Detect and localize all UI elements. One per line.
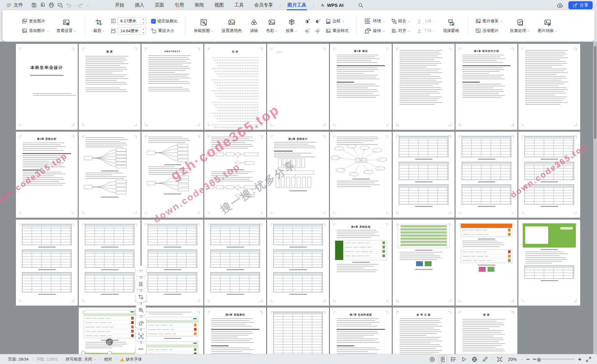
spinner[interactable]: ▲▼ bbox=[140, 27, 146, 34]
outline-view-icon[interactable] bbox=[449, 356, 457, 363]
undo-caret-icon[interactable]: ⌄ bbox=[73, 4, 76, 7]
tab-picture-tools[interactable]: 图片工具 bbox=[282, 0, 312, 10]
output-icon[interactable] bbox=[39, 2, 47, 9]
undo-icon[interactable] bbox=[65, 2, 73, 9]
page-thumbnail[interactable] bbox=[141, 132, 203, 218]
contrast-up-icon[interactable] bbox=[303, 17, 311, 25]
zoom-slider[interactable] bbox=[533, 359, 575, 360]
page-thumbnail[interactable]: 致 谢 bbox=[456, 307, 517, 354]
vertical-scrollbar[interactable] bbox=[593, 42, 597, 354]
lock-aspect-checkbox[interactable]: ✓ bbox=[151, 19, 156, 24]
zoom-percent[interactable]: 20% bbox=[507, 357, 517, 362]
ribbon-组合[interactable]: 组合⌄ bbox=[390, 17, 412, 25]
ribbon-压缩图片[interactable]: 压缩图片 bbox=[474, 27, 504, 34]
ribbon-环绕[interactable]: 环绕⌄ bbox=[363, 17, 386, 25]
page-thumbnail-current[interactable] bbox=[79, 307, 141, 354]
cloud-upload-icon[interactable] bbox=[556, 2, 564, 9]
file-menu[interactable]: 文件 bbox=[4, 1, 25, 9]
ribbon-重设样式[interactable]: 重设样式 bbox=[324, 27, 350, 34]
preview-icon[interactable] bbox=[56, 2, 64, 9]
tab-插入[interactable]: 插入 bbox=[130, 0, 150, 10]
redo-icon[interactable] bbox=[76, 2, 85, 9]
spinner[interactable]: ▲▼ bbox=[140, 17, 146, 25]
page-thumbnail[interactable] bbox=[456, 220, 517, 306]
share-button[interactable]: 分享 bbox=[568, 1, 593, 9]
zoom-slider-knob[interactable] bbox=[536, 357, 542, 362]
ribbon-批量处理[interactable]: 批量处理⌄ bbox=[508, 17, 532, 35]
float-collapse-button[interactable] bbox=[136, 266, 146, 276]
page-thumbnail[interactable] bbox=[518, 220, 580, 306]
float-zoom-in-button[interactable] bbox=[136, 305, 146, 315]
page-thumbnail[interactable]: 目 录 bbox=[204, 44, 266, 130]
page-thumbnail[interactable]: ABSTRACT bbox=[141, 44, 203, 130]
ribbon-选择窗格[interactable]: 选择窗格 bbox=[441, 17, 461, 35]
scrollbar-thumb[interactable] bbox=[594, 46, 596, 139]
page-thumbnail[interactable] bbox=[204, 220, 266, 306]
bright-up-icon[interactable] bbox=[303, 27, 311, 34]
tab-开始[interactable]: 开始 bbox=[110, 0, 130, 10]
ribbon-智能抠图[interactable]: 智能抠图⌄ bbox=[192, 17, 215, 35]
zoom-in-button[interactable]: + bbox=[578, 356, 581, 363]
resize-handle-left[interactable] bbox=[81, 351, 85, 354]
tab-wps-ai[interactable]: WPS AI bbox=[316, 2, 348, 8]
ribbon-重设大小[interactable]: 重设大小 bbox=[150, 27, 179, 34]
page-thumbnail[interactable]: 摘 要 bbox=[79, 44, 141, 130]
page-thumbnail[interactable] bbox=[204, 132, 266, 218]
bright-down-icon[interactable] bbox=[314, 27, 322, 34]
page-thumbnail[interactable] bbox=[330, 132, 392, 218]
ribbon-图片转换[interactable]: 图片转换⌄ bbox=[535, 17, 559, 35]
page-thumbnail[interactable]: 第2章 相关技术介绍 bbox=[456, 44, 517, 130]
page-thumbnail[interactable]: 第3章 系统分析 bbox=[16, 132, 78, 218]
ribbon-锁定纵横比[interactable]: ✓锁定纵横比 bbox=[150, 17, 179, 25]
page-thumbnail[interactable] bbox=[141, 307, 203, 354]
ribbon-滤镜[interactable]: 滤镜 bbox=[248, 17, 260, 35]
float-rotate-small-button[interactable] bbox=[136, 318, 146, 328]
missing-font-warning[interactable]: 缺失字体 bbox=[116, 354, 146, 364]
page-thumbnail[interactable] bbox=[79, 220, 141, 306]
tab-页面[interactable]: 页面 bbox=[150, 0, 169, 10]
focus-icon[interactable] bbox=[428, 356, 436, 363]
zoom-out-button[interactable]: − bbox=[526, 356, 530, 363]
page-thumbnail[interactable] bbox=[393, 132, 455, 218]
ribbon-对齐[interactable]: 对齐⌄ bbox=[390, 27, 412, 34]
ribbon-边框[interactable]: 边框⌄ bbox=[324, 17, 346, 25]
page-thumbnail[interactable] bbox=[267, 220, 329, 306]
search-icon[interactable] bbox=[357, 2, 365, 9]
page-thumbnail[interactable]: 第6章 系统测试 bbox=[204, 307, 266, 354]
tab-视图[interactable]: 视图 bbox=[209, 0, 229, 10]
page-thumbnail[interactable] bbox=[267, 307, 329, 354]
document-canvas[interactable]: 本科生毕业设计 摘 要 ABSTRACT 目 录第1章 绪论 第2章 相关技术介… bbox=[0, 42, 597, 354]
ribbon-添加图片[interactable]: 添加图片⌄ bbox=[21, 27, 50, 34]
spellcheck-toggle[interactable]: 拼写检查: 关闭⌄ bbox=[62, 354, 100, 364]
page-thumbnail[interactable] bbox=[267, 44, 329, 130]
width-field[interactable]: 14.64厘米 ▲▼ bbox=[118, 27, 146, 35]
tab-工具[interactable]: 工具 bbox=[229, 0, 249, 10]
contrast-down-icon[interactable] bbox=[314, 17, 322, 25]
ribbon-查看设置[interactable]: 查看设置⌄ bbox=[54, 17, 78, 35]
ink-icon[interactable] bbox=[481, 356, 489, 363]
page-thumbnail[interactable]: 参 考 文 献 bbox=[393, 307, 455, 354]
save-icon[interactable] bbox=[30, 2, 38, 9]
fullscreen-icon[interactable] bbox=[585, 356, 593, 363]
float-crop-small-button[interactable] bbox=[136, 292, 146, 302]
page-thumbnail[interactable]: 第1章 绪论 bbox=[330, 44, 392, 130]
ribbon-旋转[interactable]: 旋转⌄ bbox=[363, 27, 386, 34]
tab-会员专享[interactable]: 会员专享 bbox=[249, 0, 278, 10]
tab-审阅[interactable]: 审阅 bbox=[189, 0, 209, 10]
quick-access-more-icon[interactable]: ⌄ bbox=[86, 4, 89, 7]
page-thumbnail[interactable] bbox=[393, 220, 455, 306]
ribbon-上移[interactable]: 上移⌄ bbox=[415, 17, 437, 25]
fit-page-icon[interactable] bbox=[496, 356, 504, 363]
tab-引用[interactable]: 引用 bbox=[169, 0, 189, 10]
page-thumbnail[interactable]: 第4章 系统设计 bbox=[267, 132, 329, 218]
float-extract-text-button[interactable]: 文 bbox=[136, 331, 146, 341]
page-thumbnail[interactable] bbox=[393, 44, 455, 130]
height-field[interactable]: 6.17厘米 ▲▼ bbox=[118, 17, 146, 25]
ribbon-裁剪[interactable]: 裁剪⌄ bbox=[91, 17, 107, 35]
ribbon-效果[interactable]: 效果⌄ bbox=[284, 17, 299, 35]
page-thumbnail[interactable] bbox=[518, 132, 580, 218]
resize-handle-center[interactable] bbox=[108, 351, 112, 354]
zoom-caret-icon[interactable]: ⌄ bbox=[521, 358, 523, 361]
web-view-icon[interactable] bbox=[470, 356, 479, 363]
page-view-icon[interactable] bbox=[439, 356, 447, 363]
